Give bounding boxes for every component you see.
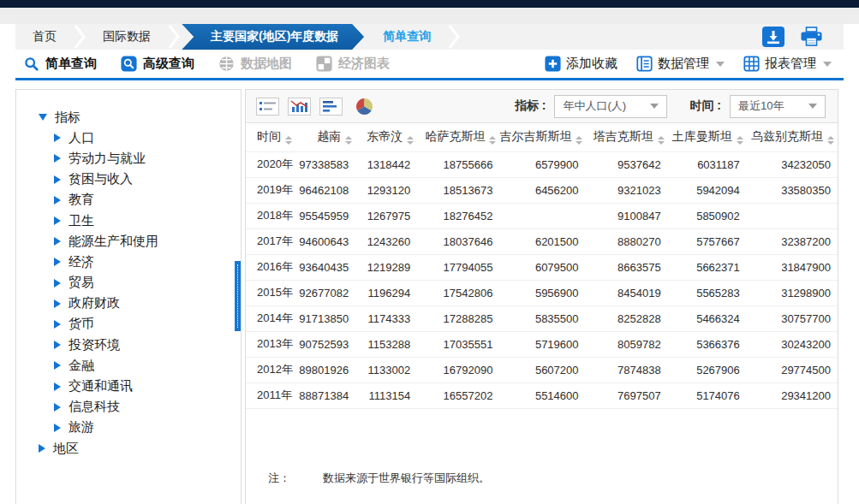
list-view-button[interactable]	[256, 98, 279, 116]
breadcrumb-tab[interactable]: 首页	[15, 24, 74, 50]
breadcrumb-tab-label: 国际数据	[103, 29, 151, 44]
toolbar-item-label: 数据地图	[241, 56, 292, 72]
data-cell: 5662371	[668, 254, 747, 280]
table-body: 2020年97338583131844218755666657990095376…	[246, 151, 838, 408]
toolbar-left: 简单查询高级查询数据地图经济图表	[24, 56, 414, 72]
sort-icon[interactable]	[407, 136, 414, 145]
tree-node[interactable]: 教育	[16, 190, 241, 210]
data-cell: 5719600	[499, 331, 585, 357]
tree-expand-icon[interactable]	[54, 361, 61, 370]
tree-node[interactable]: 人口	[16, 127, 241, 148]
tree-node[interactable]: 投资环境	[16, 335, 241, 355]
tree-node[interactable]: 贸易	[16, 273, 241, 294]
breadcrumb-tab[interactable]: 国际数据	[86, 24, 168, 50]
sort-icon[interactable]	[658, 136, 665, 145]
tree-expand-icon[interactable]	[54, 424, 61, 432]
download-icon[interactable]	[762, 27, 784, 47]
toolbar-item-search-box[interactable]: 高级查询	[121, 56, 194, 72]
table-row: 2019年96462108129312018513673645620093210…	[246, 177, 838, 203]
table-row: 2015年92677082119629417542806595690084540…	[246, 280, 838, 305]
column-header[interactable]: 乌兹别克斯坦	[747, 123, 838, 151]
column-header[interactable]: 吉尔吉斯斯坦	[499, 123, 585, 151]
tree-expand-icon[interactable]	[54, 237, 61, 246]
data-cell: 17035551	[417, 331, 499, 357]
row-year-cell: 2014年	[246, 305, 299, 331]
tree-node[interactable]: 信息科技	[16, 397, 241, 418]
data-cell: 9537642	[586, 151, 668, 177]
data-cell: 16792090	[417, 357, 499, 382]
tree-expand-icon[interactable]	[54, 133, 61, 142]
sort-icon[interactable]	[489, 136, 496, 145]
tree-expand-icon[interactable]	[54, 299, 61, 308]
pie-chart-view-button[interactable]	[355, 97, 373, 116]
tree-node-label: 货币	[69, 316, 94, 332]
tree-expand-icon[interactable]	[54, 175, 61, 184]
column-header[interactable]: 东帝汶	[355, 123, 417, 151]
breadcrumb-tab-active[interactable]: 主要国家(地区)年度数据	[182, 24, 364, 50]
tree-node[interactable]: 经济	[16, 252, 241, 272]
tree-expand-icon[interactable]	[54, 279, 61, 288]
tree-node[interactable]: 劳动力与就业	[16, 148, 241, 169]
tree-expand-icon[interactable]	[54, 196, 61, 205]
column-header-label: 东帝汶	[367, 129, 403, 143]
tree-expand-icon[interactable]	[54, 403, 61, 412]
tree-node-label: 旅游	[69, 419, 94, 436]
tree-node-root[interactable]: 地区	[16, 438, 241, 459]
toolbar-item-doc[interactable]: 数据管理	[636, 56, 725, 72]
data-cell: 88871384	[299, 382, 355, 408]
tree-node[interactable]: 旅游	[16, 418, 241, 438]
tree-node-label: 交通和通讯	[69, 378, 133, 394]
combo-chart-view-button[interactable]	[288, 98, 311, 116]
column-header[interactable]: 时间	[246, 123, 299, 151]
print-icon[interactable]	[800, 27, 823, 47]
tree-expand-icon[interactable]	[54, 320, 61, 329]
indicator-select[interactable]: 年中人口(人)	[554, 95, 667, 118]
data-cell: 17288285	[417, 305, 499, 331]
sort-icon[interactable]	[285, 136, 292, 145]
toolbar-item-plus[interactable]: 添加收藏	[545, 56, 617, 72]
tree-expand-icon[interactable]	[54, 258, 61, 266]
column-header[interactable]: 越南	[299, 123, 355, 151]
table-row: 2016年93640435121928917794055607950086635…	[246, 254, 838, 280]
data-cell: 1318442	[355, 151, 417, 177]
tree-expand-icon[interactable]	[54, 382, 61, 391]
sidebar-scrollbar[interactable]	[235, 261, 241, 331]
table-row: 2011年88871384111315416557202551460076975…	[246, 382, 838, 408]
breadcrumb-tab[interactable]: 简单查询	[366, 24, 448, 50]
tree-node[interactable]: 贫困与收入	[16, 169, 241, 190]
toolbar-item-search[interactable]: 简单查询	[24, 56, 97, 72]
tree-expand-icon[interactable]	[39, 444, 45, 453]
hbar-chart-view-button[interactable]	[319, 98, 343, 116]
sort-icon[interactable]	[345, 136, 352, 145]
data-cell: 6031187	[668, 151, 747, 177]
tree-node-label: 人口	[69, 130, 94, 146]
sort-icon[interactable]	[737, 136, 743, 145]
tree-expand-icon[interactable]	[54, 341, 61, 349]
tree-node[interactable]: 货币	[16, 314, 241, 335]
tree-expand-icon[interactable]	[54, 216, 61, 225]
row-year-cell: 2013年	[246, 331, 299, 357]
tree-node[interactable]: 交通和通讯	[16, 376, 241, 396]
tree-node-root[interactable]: 指标	[16, 107, 241, 127]
tree-expand-icon[interactable]	[39, 114, 47, 121]
time-select[interactable]: 最近10年	[730, 95, 826, 118]
tree-node[interactable]: 卫生	[16, 210, 241, 231]
tree-node[interactable]: 政府财政	[16, 294, 241, 314]
sort-icon[interactable]	[576, 136, 582, 145]
toolbar-item-grid[interactable]: 报表管理	[743, 56, 832, 72]
tree-node[interactable]: 金融	[16, 355, 241, 376]
table-row: 2014年91713850117433317288285583550082528…	[246, 305, 838, 331]
tree-expand-icon[interactable]	[54, 154, 61, 163]
search-box-icon	[121, 56, 137, 72]
toolbar-item-label: 高级查询	[143, 56, 194, 72]
column-header[interactable]: 塔吉克斯坦	[586, 123, 668, 151]
data-cell: 17542806	[417, 280, 499, 305]
column-header[interactable]: 哈萨克斯坦	[417, 123, 499, 151]
indicator-select-value: 年中人口(人)	[563, 98, 626, 114]
sort-icon[interactable]	[827, 136, 834, 145]
table-note: 注： 数据来源于世界银行等国际组织。	[246, 471, 838, 486]
column-header[interactable]: 土库曼斯坦	[668, 123, 747, 151]
tree-node[interactable]: 能源生产和使用	[16, 231, 241, 252]
breadcrumb-tab-label: 主要国家(地区)年度数据	[182, 24, 364, 50]
toolbar-item-label: 简单查询	[45, 56, 97, 72]
